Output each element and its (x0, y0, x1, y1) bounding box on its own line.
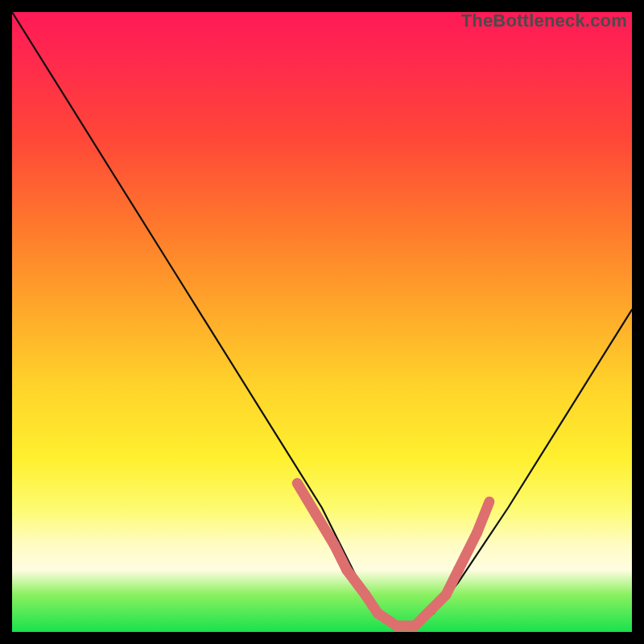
highlight-dash (297, 483, 316, 514)
highlight-dash (477, 502, 489, 533)
highlight-dash (458, 533, 477, 570)
chart-frame: TheBottleneck.com (12, 12, 632, 632)
bottleneck-curve (12, 12, 632, 632)
highlight-dash (316, 514, 334, 546)
